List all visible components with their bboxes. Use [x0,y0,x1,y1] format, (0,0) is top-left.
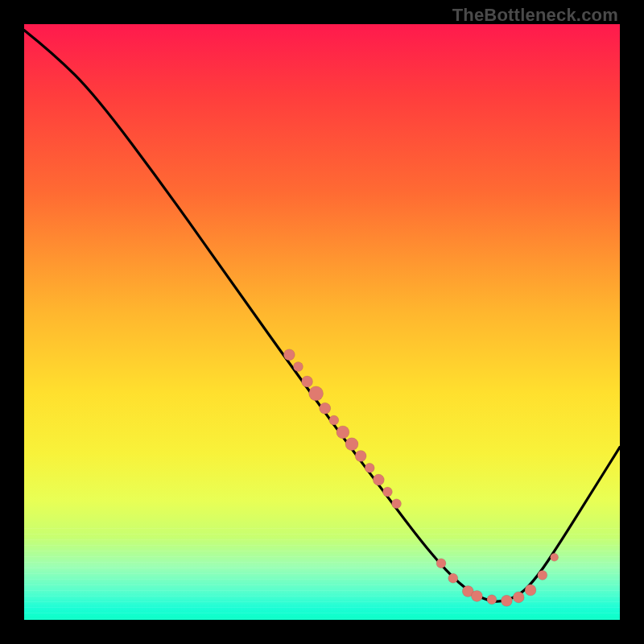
chart-frame: TheBottleneck.com [0,0,644,644]
data-point [329,415,339,425]
data-point [525,584,536,596]
data-point [345,438,358,451]
data-point [302,376,313,387]
data-point [513,592,524,603]
data-point [487,595,497,605]
data-point [471,590,482,601]
data-point [538,571,547,580]
data-point [551,553,559,561]
data-point [283,349,295,361]
data-point [293,362,303,372]
data-point [373,474,384,485]
data-points-group [283,349,558,607]
plot-overlay-svg [24,24,620,620]
data-point [382,487,392,497]
watermark-text: TheBottleneck.com [452,5,618,26]
data-point [355,451,366,462]
plot-area [24,24,620,620]
data-point [309,386,324,401]
data-point [336,426,349,439]
data-point [448,573,458,583]
data-point [436,559,446,568]
data-point [320,402,331,414]
data-point [392,499,402,509]
data-point [501,595,512,606]
bottleneck-curve [24,30,620,601]
data-point [365,463,374,473]
